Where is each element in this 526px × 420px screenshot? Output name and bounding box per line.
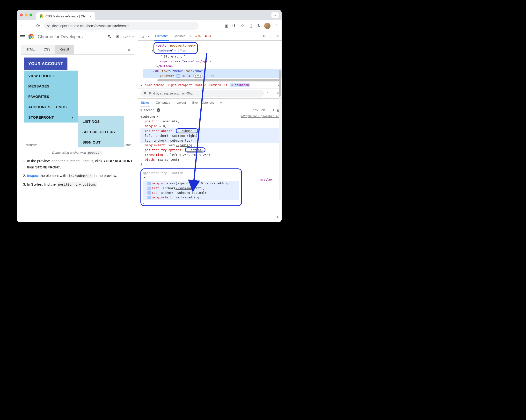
- new-tab-button[interactable]: +: [97, 13, 105, 18]
- reload-button[interactable]: ⟳: [36, 23, 40, 29]
- menu-item-view-profile[interactable]: VIEW PROFILE: [24, 70, 78, 81]
- search-icon[interactable]: 🔍︎: [107, 34, 112, 39]
- page-body: HTML CSS Result ◈ YOUR ACCOUNT VIEW PROF…: [17, 42, 138, 192]
- step-2: Inspect the element with id="submenu" in…: [27, 172, 134, 179]
- demo-frame: HTML CSS Result ◈ YOUR ACCOUNT VIEW PROF…: [21, 45, 134, 148]
- toolbar-actions: ▣ 👁 ☆ ⬚ ⚗ ⋮: [224, 23, 279, 29]
- back-button[interactable]: ←: [20, 23, 24, 28]
- step-1: In the preview, open the submenu, that i…: [27, 158, 134, 170]
- annotation-dom-button: <button popovertarget= "submenu"> flex: [153, 42, 198, 54]
- content-area: Chrome for Developers 🔍︎ ☀ Sign in HTML …: [17, 31, 282, 222]
- resources-link[interactable]: Resources: [23, 143, 37, 147]
- menu-item-storefront[interactable]: STOREFRONT▲: [24, 112, 78, 122]
- tab-html[interactable]: HTML: [21, 45, 39, 54]
- page-pane: Chrome for Developers 🔍︎ ☀ Sign in HTML …: [17, 31, 138, 222]
- theme-icon[interactable]: ☀: [116, 34, 119, 39]
- bookmark-icon[interactable]: ☆: [241, 23, 244, 28]
- menu-item-favorites[interactable]: FAVORITES: [24, 91, 78, 102]
- cls-toggle[interactable]: .cls: [261, 109, 265, 112]
- tab-layout[interactable]: Layout: [176, 99, 186, 107]
- tab-title: CSS features reference | Chr: [45, 14, 86, 18]
- inspect-icon[interactable]: ⬚: [141, 34, 144, 38]
- more-icon[interactable]: ⋮: [269, 34, 273, 38]
- eye-off-icon[interactable]: 👁: [233, 24, 236, 28]
- tab-css[interactable]: CSS: [39, 45, 55, 54]
- filter-input[interactable]: ▽ anchor: [141, 109, 154, 112]
- annotation-anchor-value: --submenu;: [176, 128, 198, 133]
- demo-caption: Demo using anchor with popover: [21, 151, 134, 154]
- tab-elements[interactable]: Elements: [154, 32, 169, 40]
- avatar[interactable]: [264, 23, 271, 29]
- devtools-pane: ⬚ ⫽ Elements Console » 92 24 ⚙ ⋮ ✕ ▼<but…: [138, 31, 282, 222]
- source-link[interactable]: mdYdpOM?ani…pe=embed:46: [241, 114, 279, 119]
- submenu-account: VIEW PROFILE MESSAGES FAVORITES ACCOUNT …: [24, 70, 78, 122]
- inspect-link[interactable]: Inspect: [27, 173, 39, 178]
- more-tabs-icon[interactable]: »: [190, 34, 192, 38]
- menu-icon[interactable]: [20, 35, 25, 38]
- address-bar: ← → ⟳ ⚙ developer.chrome.com/docs/devtoo…: [17, 20, 282, 31]
- new-rule-icon[interactable]: +: [268, 109, 270, 112]
- cast-icon[interactable]: ▣: [224, 23, 228, 28]
- menu-item-account-settings[interactable]: ACCOUNT SETTINGS: [24, 102, 78, 112]
- url-input[interactable]: ⚙ developer.chrome.com/docs/devtools/css…: [44, 22, 198, 30]
- styles-tabs: Styles Computed Layout Event Listeners »: [138, 99, 282, 107]
- menu-item-sign-out[interactable]: SIGN OUT: [78, 137, 124, 147]
- settings-icon[interactable]: ⚙: [263, 34, 266, 38]
- devtools-tabs: ⬚ ⫽ Elements Console » 92 24 ⚙ ⋮ ✕: [138, 31, 282, 40]
- tab-event-listeners[interactable]: Event Listeners: [192, 99, 214, 107]
- menu-item-messages[interactable]: MESSAGES: [24, 81, 78, 91]
- browser-tab[interactable]: CSS features reference | Chr ✕: [36, 12, 95, 20]
- window-controls[interactable]: [20, 13, 32, 16]
- extension-icon[interactable]: ⬚: [249, 23, 252, 28]
- page-header: Chrome for Developers 🔍︎ ☀ Sign in: [17, 31, 138, 42]
- find-next-icon[interactable]: ⌄: [272, 92, 274, 95]
- more-styles-tabs-icon[interactable]: »: [220, 99, 223, 107]
- breadcrumb[interactable]: ◂ olor-scheme--light.viewport--mobile ul…: [138, 82, 282, 89]
- hov-toggle[interactable]: :hov: [252, 109, 258, 112]
- styles-filter-bar: ▽ anchor ✕ :hov .cls + ⫿ ▣: [138, 107, 282, 113]
- close-tab-icon[interactable]: ✕: [89, 14, 92, 18]
- find-bar: 🔍︎ Find by string, selector, or XPath ⌃ …: [138, 89, 282, 99]
- menu-item-special-offers[interactable]: SPECIAL OFFERS: [78, 127, 124, 137]
- scrollbar[interactable]: [279, 70, 281, 200]
- tab-result[interactable]: Result: [55, 45, 74, 54]
- more-icon[interactable]: ⋮: [275, 23, 279, 28]
- browser-window: CSS features reference | Chr ✕ + ⌄ ← → ⟳…: [17, 10, 282, 222]
- tab-styles[interactable]: Styles: [141, 99, 150, 107]
- css-rules[interactable]: #submenu { mdYdpOM?ani…pe=embed:46 posit…: [138, 113, 282, 222]
- step-3: In Styles, find the position-try-options: [27, 181, 134, 188]
- window-menu-icon[interactable]: ⌄: [272, 12, 279, 18]
- errors-badge[interactable]: 24: [205, 34, 211, 38]
- find-prev-icon[interactable]: ⌃: [266, 92, 269, 95]
- rerun-button[interactable]: Rerun: [123, 143, 131, 147]
- close-devtools-icon[interactable]: ✕: [276, 34, 279, 38]
- svg-point-1: [41, 15, 42, 17]
- find-input[interactable]: 🔍︎ Find by string, selector, or XPath: [141, 90, 264, 97]
- submenu-storefront: LISTINGS SPECIAL OFFERS SIGN OUT: [78, 116, 124, 147]
- computed-toggle-icon[interactable]: ⫿: [273, 109, 274, 112]
- dom-tree[interactable]: ▼<button popovertarget= "submenu"> flex …: [138, 40, 282, 82]
- style-source[interactable]: <style>: [260, 177, 273, 182]
- demo-tabs: HTML CSS Result ◈: [21, 45, 134, 55]
- annotation-position-try-block: @position-try --bottom <style> { margin:…: [141, 169, 242, 206]
- chrome-icon: [40, 14, 43, 18]
- tab-computed[interactable]: Computed: [155, 99, 171, 107]
- device-icon[interactable]: ⫽: [147, 34, 151, 38]
- filter-icon: ▽: [141, 109, 142, 112]
- annotation-try-value: --bottom;: [185, 147, 206, 152]
- menu-item-listings[interactable]: LISTINGS: [78, 116, 124, 127]
- labs-icon[interactable]: ⚗: [256, 23, 260, 28]
- breadcrumb-left-icon[interactable]: ◂: [141, 83, 142, 87]
- chevron-up-icon: ▲: [71, 116, 74, 119]
- tab-console[interactable]: Console: [172, 32, 186, 40]
- your-account-button[interactable]: YOUR ACCOUNT: [24, 58, 67, 70]
- search-icon: 🔍︎: [144, 92, 147, 95]
- codepen-icon[interactable]: ◈: [124, 45, 134, 54]
- site-info-icon[interactable]: ⚙: [47, 24, 50, 28]
- signin-link[interactable]: Sign in: [123, 35, 134, 39]
- instruction-list: In the preview, open the submenu, that i…: [21, 158, 134, 187]
- add-rule-icon[interactable]: +: [276, 214, 279, 220]
- warnings-badge[interactable]: 92: [195, 34, 201, 38]
- clear-filter-icon[interactable]: ✕: [157, 108, 160, 112]
- site-title: Chrome for Developers: [38, 34, 83, 39]
